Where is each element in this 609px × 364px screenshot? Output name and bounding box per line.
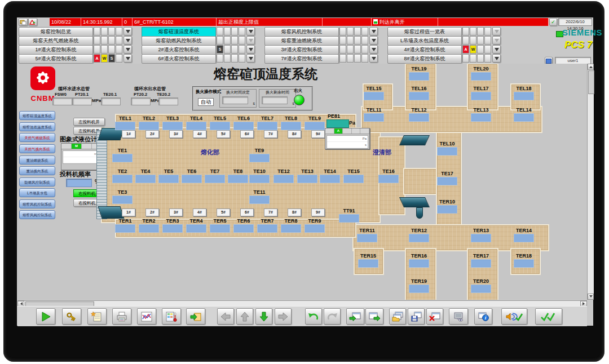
screen-select-arrow[interactable] [492,27,501,35]
redo-button[interactable] [324,308,341,325]
trend-button[interactable] [137,308,156,325]
sidebar-gas-reverse[interactable]: 天然气换向系统 [19,144,55,153]
sensor-tel18: TEL18 [511,86,536,100]
screen-select-arrow[interactable] [123,36,132,45]
nav-down-button[interactable] [255,308,272,325]
nav-left-button[interactable] [217,308,234,325]
alarm-spacer [323,18,372,26]
screen-select-arrow[interactable] [246,45,255,54]
menu-kiln4[interactable]: 4#退火窑控制系统 [387,45,462,55]
screen-select-arrow[interactable] [492,54,501,63]
screen-select-arrow[interactable] [123,45,132,54]
chevron-down-icon [126,30,130,35]
feeder-freq-value[interactable] [66,179,92,187]
sidebar-lwall[interactable]: L吊墙及水包 [19,188,55,197]
ack-all-button[interactable] [535,308,562,325]
menu-overview[interactable]: 熔窑控制总览 [19,27,93,37]
nav-up-button[interactable] [236,308,253,325]
water-in-value[interactable] [52,97,72,105]
left-feeder-on-button[interactable]: 左投料机开 [73,118,105,126]
alarm-ack-nav-button[interactable] [28,18,37,26]
open-windows-button[interactable] [389,308,406,325]
menu-kiln6[interactable]: 6#退火窑控制系统 [142,54,216,64]
water-in-value[interactable] [72,97,92,105]
sensor-ter2: TER2 [136,218,161,233]
screen-select-arrow[interactable] [123,54,132,63]
screen-select-arrow[interactable] [246,54,255,63]
print-report-button[interactable] [112,308,131,325]
scroll-down-arrow[interactable] [588,294,594,300]
sidebar-oil-reverse[interactable]: 重油换向系统 [19,166,55,175]
menu-fan-control[interactable]: 熔窑风机控制系统 [264,27,339,37]
menu-lwall-waterbag[interactable]: L吊墙及水包温度系统 [387,36,462,46]
vertical-scrollbar[interactable] [587,64,594,300]
menu-heavy-oil[interactable]: 熔窑重油燃烧系统 [264,36,339,46]
value-box[interactable] [339,214,359,223]
water-out-value[interactable] [131,97,151,105]
delete-window-button[interactable] [426,308,443,325]
sidebar-gas-burn[interactable]: 天然气燃烧系统 [19,133,55,142]
screen-select-arrow[interactable] [123,27,132,35]
new-note-button[interactable] [87,308,107,325]
sensor-ter11: TER11 [355,228,379,242]
login-key-button[interactable] [62,308,81,325]
menu-kiln5[interactable]: 5#退火窑控制系统 [19,54,93,64]
menu-kiln2[interactable]: 2#退火窑控制系统 [142,45,216,55]
key-icon [65,311,78,322]
screen-select-arrow[interactable] [369,27,378,35]
window-out-button[interactable] [365,308,383,325]
sidebar-damper-ctrl[interactable]: 熔窑风阀控制系统 [19,210,55,219]
temperature-grid-button[interactable] [162,308,181,325]
menu-kiln1[interactable]: 1#退火窑控制系统 [19,45,93,55]
sidebar-oil-burn[interactable]: 重油燃烧系统 [19,156,55,165]
run-button[interactable] [36,308,55,325]
sensor-ter9: TER9 [302,218,327,233]
save-windows-button[interactable] [408,308,425,325]
pcs7-hmi-screen: 10/08/22 14:30:15.992 0 6#_CTR/TT-6102 超… [0,0,609,364]
scroll-thumb[interactable] [588,70,594,94]
screen-select-arrow[interactable] [246,36,255,45]
fire-time-remain-input[interactable] [262,96,288,104]
menu-kiln7[interactable]: 7#退火窑控制系统 [264,54,339,64]
fire-time-set-input[interactable] [222,96,248,104]
sensor-tel1: TEL1 [113,116,138,130]
menu-kiln8[interactable]: 8#退火窑控制系统 [387,54,462,64]
sensor-te5: TE5 [156,168,181,183]
sidebar-fan-ctrl[interactable]: 熔窑风机控制系统 [19,199,55,208]
chevron-down-icon [249,57,253,63]
sidebar-bottom-temp[interactable]: 熔窑池底温度系统 [19,122,55,131]
pe81-value[interactable] [326,119,349,128]
menu-natural-gas[interactable]: 熔窑天然气燃烧系统 [19,36,93,46]
sensor-tel2: TEL2 [136,116,161,130]
menu-combustion-air[interactable]: 熔窑助燃风控制系统 [142,36,216,46]
water-out-title: 循环水出水总管 [134,86,166,92]
sidebar-crown-temp[interactable]: 熔窑碹顶温度系统 [19,111,55,120]
screen-select-arrow[interactable] [369,36,378,45]
pe81-faceplate[interactable]: A Pas [325,128,370,149]
menu-crown-temp[interactable]: 熔窑碹顶温度系统 [142,27,216,37]
screen-select-arrow[interactable] [369,54,378,63]
info-window-button[interactable]: i [474,308,492,325]
alarm-window-button[interactable] [19,18,28,26]
screen-select-arrow[interactable] [246,27,255,35]
audio-ack-button[interactable] [501,308,527,325]
fire-mode-button[interactable]: 自动 [198,98,214,106]
window-in-button[interactable] [346,308,364,325]
water-in-value[interactable] [101,97,121,105]
import-picture-button[interactable] [186,308,205,325]
sensor-te12: TE12 [271,168,296,183]
menu-kiln3[interactable]: 3#退火窑控制系统 [264,45,339,55]
screen-select-arrow[interactable] [369,45,378,54]
sidebar-comb-air[interactable]: 助燃风控制系统 [19,177,55,187]
arrow-right-icon [277,311,289,322]
menu-process-values[interactable]: 熔窑过程值一览表 [387,27,462,37]
display-button[interactable] [449,308,468,325]
ack-button[interactable]: ✓ [549,18,557,26]
scroll-up-arrow[interactable] [588,64,594,70]
chevron-down-icon [495,39,499,45]
undo-button[interactable] [305,308,322,325]
screen-select-arrow[interactable] [492,45,501,54]
screen-select-arrow[interactable] [492,36,501,45]
water-out-value[interactable] [158,97,178,105]
nav-right-button[interactable] [275,308,292,325]
